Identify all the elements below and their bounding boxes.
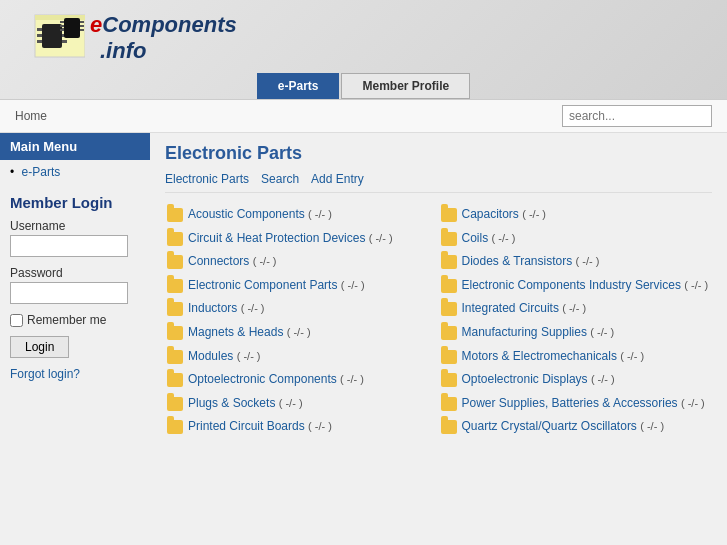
category-link[interactable]: Coils ( -/- ): [462, 231, 516, 245]
folder-icon: [167, 302, 183, 316]
category-link[interactable]: Circuit & Heat Protection Devices ( -/- …: [188, 231, 393, 245]
sidebar: Main Menu • e-Parts Member Login Usernam…: [0, 133, 150, 449]
category-link[interactable]: Magnets & Heads ( -/- ): [188, 325, 311, 339]
content-area: Electronic Parts Electronic Parts Search…: [150, 133, 727, 449]
category-link[interactable]: Optoelectronic Components ( -/- ): [188, 372, 364, 386]
category-right-item-1: Coils ( -/- ): [439, 227, 713, 251]
remember-me-row: Remember me: [0, 310, 150, 330]
sidebar-item-eparts[interactable]: e-Parts: [22, 165, 61, 179]
folder-icon: [441, 208, 457, 222]
category-left-item-9: Printed Circuit Boards ( -/- ): [165, 415, 439, 439]
login-button[interactable]: Login: [10, 336, 69, 358]
category-link[interactable]: Electronic Components Industry Services …: [462, 278, 709, 292]
category-right-item-2: Diodes & Transistors ( -/- ): [439, 250, 713, 274]
folder-icon: [167, 208, 183, 222]
svg-rect-8: [62, 40, 67, 43]
bullet-icon: •: [10, 165, 14, 179]
content-title: Electronic Parts: [165, 143, 712, 164]
category-link[interactable]: Acoustic Components ( -/- ): [188, 207, 332, 221]
logo-text: eComponents .info: [90, 12, 237, 64]
category-link[interactable]: Electronic Component Parts ( -/- ): [188, 278, 365, 292]
category-link[interactable]: Power Supplies, Batteries & Accessories …: [462, 396, 705, 410]
svg-rect-3: [37, 28, 42, 31]
nav-electronic-parts[interactable]: Electronic Parts: [165, 172, 249, 186]
category-link[interactable]: Printed Circuit Boards ( -/- ): [188, 419, 332, 433]
category-left-item-0: Acoustic Components ( -/- ): [165, 203, 439, 227]
category-right-item-0: Capacitors ( -/- ): [439, 203, 713, 227]
category-left-item-4: Inductors ( -/- ): [165, 297, 439, 321]
category-right-item-6: Motors & Electromechanicals ( -/- ): [439, 345, 713, 369]
logo-e: e: [90, 12, 102, 37]
category-link[interactable]: Optoelectronic Displays ( -/- ): [462, 372, 615, 386]
breadcrumb-home[interactable]: Home: [15, 109, 47, 123]
remember-me-checkbox[interactable]: [10, 314, 23, 327]
svg-rect-14: [80, 25, 84, 27]
tab-member-profile[interactable]: Member Profile: [341, 73, 470, 99]
category-link[interactable]: Motors & Electromechanicals ( -/- ): [462, 349, 645, 363]
folder-icon: [441, 350, 457, 364]
folder-icon: [441, 373, 457, 387]
folder-icon: [167, 279, 183, 293]
tab-eparts[interactable]: e-Parts: [257, 73, 340, 99]
category-left-item-8: Plugs & Sockets ( -/- ): [165, 392, 439, 416]
svg-rect-5: [37, 40, 42, 43]
folder-icon: [167, 350, 183, 364]
category-link[interactable]: Quartz Crystal/Quartz Oscillators ( -/- …: [462, 419, 665, 433]
forgot-login-link[interactable]: Forgot login?: [0, 364, 150, 384]
search-input[interactable]: [562, 105, 712, 127]
username-input[interactable]: [10, 235, 128, 257]
folder-icon: [167, 232, 183, 246]
category-link[interactable]: Inductors ( -/- ): [188, 301, 265, 315]
folder-icon: [441, 420, 457, 434]
svg-rect-13: [80, 21, 84, 23]
folder-icon: [167, 326, 183, 340]
member-login-title: Member Login: [0, 184, 150, 216]
category-link[interactable]: Plugs & Sockets ( -/- ): [188, 396, 303, 410]
password-label: Password: [0, 263, 150, 282]
category-left-item-2: Connectors ( -/- ): [165, 250, 439, 274]
nav-add-entry[interactable]: Add Entry: [311, 172, 364, 186]
breadcrumb-bar: Home: [0, 100, 727, 133]
logo-info: .info: [100, 38, 237, 64]
category-right-item-8: Power Supplies, Batteries & Accessories …: [439, 392, 713, 416]
svg-rect-11: [60, 25, 64, 27]
category-right-item-9: Quartz Crystal/Quartz Oscillators ( -/- …: [439, 415, 713, 439]
folder-icon: [167, 373, 183, 387]
sidebar-nav: • e-Parts: [0, 160, 150, 184]
nav-search[interactable]: Search: [261, 172, 299, 186]
tab-bar: e-Parts Member Profile: [20, 73, 707, 99]
folder-icon: [441, 279, 457, 293]
svg-rect-15: [80, 29, 84, 31]
content-nav: Electronic Parts Search Add Entry: [165, 172, 712, 193]
category-right-item-5: Manufacturing Supplies ( -/- ): [439, 321, 713, 345]
categories-grid: Acoustic Components ( -/- ) Capacitors (…: [165, 203, 712, 439]
password-input[interactable]: [10, 282, 128, 304]
username-label: Username: [0, 216, 150, 235]
remember-me-label: Remember me: [27, 313, 106, 327]
category-right-item-4: Integrated Circuits ( -/- ): [439, 297, 713, 321]
header: eComponents .info e-Parts Member Profile: [0, 0, 727, 100]
logo-components: Components: [102, 12, 236, 37]
folder-icon: [167, 420, 183, 434]
category-link[interactable]: Integrated Circuits ( -/- ): [462, 301, 587, 315]
folder-icon: [441, 255, 457, 269]
category-link[interactable]: Manufacturing Supplies ( -/- ): [462, 325, 615, 339]
svg-rect-4: [37, 34, 42, 37]
category-left-item-1: Circuit & Heat Protection Devices ( -/- …: [165, 227, 439, 251]
logo-area: eComponents .info: [20, 10, 707, 73]
category-left-item-3: Electronic Component Parts ( -/- ): [165, 274, 439, 298]
category-left-item-5: Magnets & Heads ( -/- ): [165, 321, 439, 345]
category-left-item-7: Optoelectronic Components ( -/- ): [165, 368, 439, 392]
category-right-item-3: Electronic Components Industry Services …: [439, 274, 713, 298]
category-right-item-7: Optoelectronic Displays ( -/- ): [439, 368, 713, 392]
folder-icon: [441, 326, 457, 340]
category-link[interactable]: Connectors ( -/- ): [188, 254, 277, 268]
svg-rect-10: [60, 21, 64, 23]
folder-icon: [441, 232, 457, 246]
svg-rect-12: [60, 29, 64, 31]
category-link[interactable]: Modules ( -/- ): [188, 349, 261, 363]
main-content: Main Menu • e-Parts Member Login Usernam…: [0, 133, 727, 449]
folder-icon: [167, 397, 183, 411]
category-link[interactable]: Capacitors ( -/- ): [462, 207, 547, 221]
category-link[interactable]: Diodes & Transistors ( -/- ): [462, 254, 600, 268]
